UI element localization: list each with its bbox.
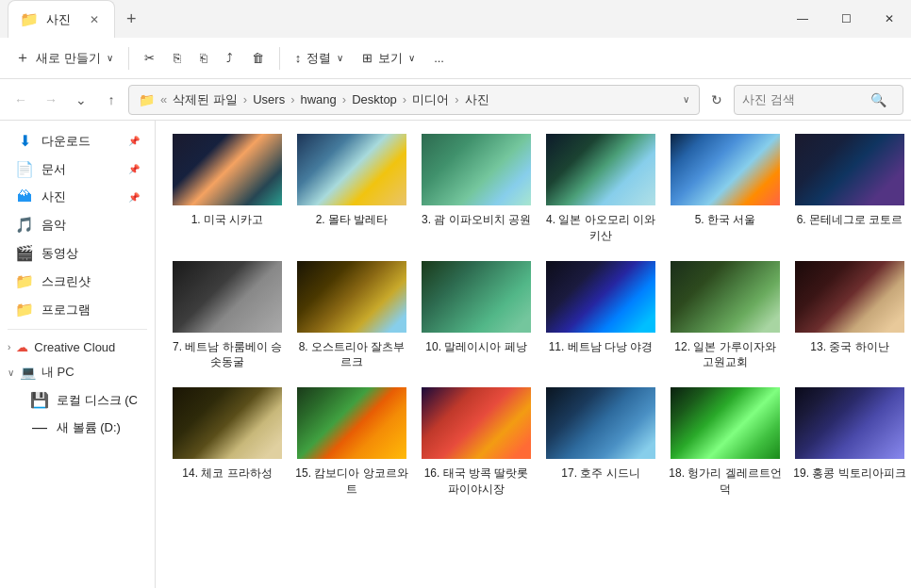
photo-label-14: 14. 체코 프라하성 [182, 466, 272, 482]
delete-button[interactable]: 🗑 [244, 47, 272, 69]
sidebar-item-music[interactable]: 🎵 음악 [4, 211, 151, 238]
breadcrumb-hwang[interactable]: hwang [301, 92, 337, 106]
photo-label-7: 7. 베트남 하룸베이 승솟동굴 [171, 339, 284, 371]
document-icon: 📄 [15, 160, 34, 178]
view-button[interactable]: ⊞ 보기 ∨ [355, 46, 422, 71]
photo-thumb-4 [544, 132, 657, 207]
photo-thumb-5 [669, 132, 782, 207]
more-button[interactable]: ... [426, 47, 452, 69]
photo-thumb-3 [420, 132, 533, 207]
tab-title: 사진 [46, 11, 71, 28]
photo-label-3: 3. 괌 이파오비치 공원 [422, 212, 531, 228]
active-tab[interactable]: 📁 사진 ✕ [8, 0, 115, 38]
photo-thumb-18 [669, 385, 782, 461]
photo-item-2[interactable]: 2. 몰타 발레타 [295, 132, 408, 244]
cut-button[interactable]: ✂ [137, 47, 162, 69]
photo-item-19[interactable]: 19. 홍콩 빅토리아피크 [793, 385, 906, 498]
breadcrumb-users[interactable]: Users [253, 92, 285, 106]
photo-canvas-14 [173, 387, 282, 459]
close-button[interactable]: ✕ [868, 0, 911, 38]
tab-close-button[interactable]: ✕ [86, 11, 103, 28]
photo-thumb-16 [420, 385, 533, 461]
photo-item-15[interactable]: 15. 캄보디아 앙코르와트 [295, 385, 408, 498]
sidebar-item-video-label: 동영상 [41, 245, 78, 262]
dropdown-button[interactable]: ⌄ [68, 87, 94, 113]
breadcrumb-arrow-2: › [290, 92, 294, 106]
photo-item-5[interactable]: 5. 한국 서울 [669, 132, 782, 244]
sidebar-item-download[interactable]: ⬇ 다운로드 📌 [4, 127, 151, 155]
sidebar-item-local-disk[interactable]: 💾 로컬 디스크 (C [4, 386, 151, 414]
toolbar: ＋ 새로 만들기 ∨ ✂ ⎘ ⎗ ⤴ 🗑 ↕ 정렬 ∨ ⊞ 보기 ∨ ... [0, 38, 911, 79]
photo-item-7[interactable]: 7. 베트남 하룸베이 승솟동굴 [171, 259, 284, 371]
breadcrumb-dropdown[interactable]: ∨ [683, 94, 689, 105]
pc-icon: 💻 [20, 365, 36, 380]
breadcrumb-sep-0: « [160, 92, 167, 106]
sidebar-pc-label: 내 PC [41, 364, 75, 381]
share-button[interactable]: ⤴ [219, 47, 240, 69]
photo-item-17[interactable]: 17. 호주 시드니 [544, 385, 657, 498]
search-box[interactable]: 🔍 [734, 85, 903, 115]
search-input[interactable] [742, 92, 865, 106]
sidebar-section-pc[interactable]: ∨ 💻 내 PC [0, 359, 155, 385]
photo-label-5: 5. 한국 서울 [695, 212, 756, 228]
sidebar-item-screenshot[interactable]: 📁 스크린샷 [4, 268, 151, 295]
photo-item-11[interactable]: 11. 베트남 다낭 야경 [544, 259, 657, 371]
new-button[interactable]: ＋ 새로 만들기 ∨ [8, 44, 121, 72]
photo-item-16[interactable]: 16. 태국 방콕 딸랏롯파이야시장 [420, 385, 533, 498]
photo-thumb-6 [793, 132, 906, 207]
breadcrumb-deleted[interactable]: 삭제된 파일 [173, 91, 238, 108]
photo-item-8[interactable]: 8. 오스트리아 잘츠부르크 [295, 259, 408, 371]
photo-icon: 🏔 [15, 188, 34, 205]
breadcrumb-bar[interactable]: 📁 « 삭제된 파일 › Users › hwang › Desktop › 미… [128, 85, 700, 115]
refresh-button[interactable]: ↻ [704, 87, 730, 113]
up-button[interactable]: ↑ [98, 87, 124, 113]
photo-canvas-16 [422, 387, 531, 459]
paste-button[interactable]: ⎗ [192, 47, 215, 69]
maximize-button[interactable]: ☐ [824, 0, 868, 38]
sidebar-item-photo[interactable]: 🏔 사진 📌 [4, 184, 151, 210]
photo-item-18[interactable]: 18. 헝가리 겔레르트언덕 [669, 385, 782, 498]
breadcrumb-desktop[interactable]: Desktop [352, 92, 397, 106]
photo-label-10: 10. 말레이시아 페낭 [425, 339, 526, 355]
more-label: ... [434, 51, 444, 65]
photo-canvas-5 [671, 134, 780, 205]
photo-item-1[interactable]: 1. 미국 시카고 [171, 132, 284, 244]
sidebar-section-cloud[interactable]: › ☁ Creative Cloud [0, 335, 155, 359]
photo-thumb-1 [171, 132, 284, 207]
photo-canvas-19 [795, 387, 904, 459]
photo-canvas-11 [546, 261, 655, 333]
photo-item-12[interactable]: 12. 일본 가루이자와 고원교회 [669, 259, 782, 371]
photo-item-14[interactable]: 14. 체코 프라하성 [171, 385, 284, 498]
photo-label-17: 17. 호주 시드니 [561, 466, 639, 482]
photo-item-4[interactable]: 4. 일본 아오모리 이와키산 [544, 132, 657, 244]
sort-button[interactable]: ↕ 정렬 ∨ [288, 46, 352, 71]
sidebar-separator-1 [8, 329, 147, 330]
photo-item-13[interactable]: 13. 중국 하이난 [793, 259, 906, 371]
forward-button[interactable]: → [38, 87, 64, 113]
photo-item-3[interactable]: 3. 괌 이파오비치 공원 [420, 132, 533, 244]
minimize-button[interactable]: — [781, 0, 824, 38]
photo-item-10[interactable]: 10. 말레이시아 페낭 [420, 259, 533, 371]
cloud-icon: ☁ [16, 340, 28, 354]
sidebar-item-document[interactable]: 📄 문서 📌 [4, 155, 151, 183]
breadcrumb-media[interactable]: 미디어 [412, 91, 449, 108]
new-tab-button[interactable]: + [115, 0, 148, 38]
back-button[interactable]: ← [8, 87, 34, 113]
new-label: 새로 만들기 [36, 50, 101, 67]
breadcrumb-arrow-3: › [342, 92, 346, 106]
sidebar-local-disk-label: 로컬 디스크 (C [57, 392, 138, 409]
sidebar-item-video[interactable]: 🎬 동영상 [4, 239, 151, 267]
photo-thumb-12 [669, 259, 782, 335]
breadcrumb-photos[interactable]: 사진 [465, 91, 489, 108]
view-icon: ⊞ [362, 51, 373, 65]
sidebar-item-new-volume[interactable]: — 새 볼륨 (D:) [4, 415, 151, 441]
sidebar-item-program-label: 프로그램 [41, 302, 91, 318]
photo-item-6[interactable]: 6. 몬테네그로 코토르 [793, 132, 906, 244]
photo-label-11: 11. 베트남 다낭 야경 [549, 339, 654, 355]
photo-canvas-4 [546, 134, 655, 205]
sidebar-item-program[interactable]: 📁 프로그램 [4, 296, 151, 323]
address-bar: ← → ⌄ ↑ 📁 « 삭제된 파일 › Users › hwang › Des… [0, 79, 911, 121]
photo-label-6: 6. 몬테네그로 코토르 [797, 212, 903, 228]
copy-button[interactable]: ⎘ [166, 47, 189, 69]
sidebar-cloud-label: Creative Cloud [34, 340, 115, 354]
